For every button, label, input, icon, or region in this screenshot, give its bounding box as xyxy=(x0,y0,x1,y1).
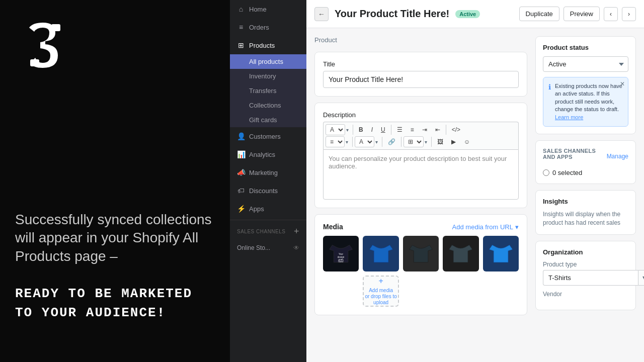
svg-text:here!: here! xyxy=(339,260,344,263)
sales-channels-header: SALES CHANNELS + xyxy=(230,222,306,241)
vendor-field: Vendor xyxy=(543,291,628,298)
rte-dropdown-icon: ▾ xyxy=(346,127,349,133)
link-button[interactable]: 🔗 xyxy=(384,136,399,147)
color-select[interactable]: A xyxy=(355,136,374,147)
sidebar-item-orders[interactable]: ≡ Orders xyxy=(230,18,306,36)
info-icon: ℹ xyxy=(548,83,551,91)
sidebar-item-analytics-label: Analytics xyxy=(249,151,275,158)
title-card: Title xyxy=(314,52,527,97)
add-media-dropdown-icon: ▾ xyxy=(515,223,519,231)
add-media-button[interactable]: Add media from URL ▾ xyxy=(452,223,519,231)
media-item-4[interactable] xyxy=(443,236,478,272)
sidebar-item-discounts[interactable]: 🏷 Discounts xyxy=(230,182,306,200)
back-button[interactable]: ← xyxy=(314,7,329,21)
insights-title: Insights xyxy=(543,198,628,205)
rte-divider-5 xyxy=(382,137,382,147)
learn-more-link[interactable]: Learn more xyxy=(555,114,583,120)
sales-channel-radio[interactable] xyxy=(543,169,549,176)
online-store-eye-icon[interactable]: 👁 xyxy=(293,244,299,251)
manage-button[interactable]: Manage xyxy=(607,153,628,160)
image-button[interactable]: 🖼 xyxy=(434,136,447,147)
content-main: Product Title Description A ▾ xyxy=(314,36,527,354)
emoji-button[interactable]: ☺ xyxy=(460,136,473,147)
organization-card: Organization Product type ▾ Vendor xyxy=(535,241,636,310)
sales-channels-card: SALES CHANNELS AND APPS Manage 0 selecte… xyxy=(535,140,636,184)
duplicate-button[interactable]: Duplicate xyxy=(519,7,559,21)
sidebar-item-apps-label: Apps xyxy=(249,205,264,213)
font-size-select[interactable]: A xyxy=(326,124,345,135)
ordered-list-button[interactable]: ≡ xyxy=(407,124,418,135)
sidebar-divider xyxy=(230,220,306,220)
svg-rect-1 xyxy=(30,59,39,66)
align-dropdown-icon: ▾ xyxy=(346,139,348,145)
info-banner: ℹ Existing products now have an active s… xyxy=(543,77,628,127)
rte-toolbar: A ▾ B I U ☰ ≡ ⇥ ⇤ xyxy=(323,122,519,149)
add-media-placeholder[interactable]: + Add mediaor drop files toupload xyxy=(363,276,398,307)
sidebar-item-home[interactable]: ⌂ Home xyxy=(230,0,306,18)
sidebar-item-home-label: Home xyxy=(249,6,267,13)
align-select[interactable]: ≡ xyxy=(326,136,345,147)
table-select[interactable]: ⊞ xyxy=(404,136,424,147)
source-button[interactable]: </> xyxy=(448,124,464,135)
preview-button[interactable]: Preview xyxy=(564,7,600,21)
submenu-gift-cards[interactable]: Gift cards xyxy=(230,113,306,127)
media-header: Media Add media from URL ▾ xyxy=(323,223,519,231)
logo-area xyxy=(0,0,230,87)
title-label: Title xyxy=(323,60,519,68)
title-input[interactable] xyxy=(323,71,519,88)
status-select[interactable]: Active Draft xyxy=(543,56,628,72)
underline-button[interactable]: U xyxy=(377,124,389,135)
prev-nav-button[interactable]: ‹ xyxy=(604,7,618,21)
info-banner-text: Existing products now have an active sta… xyxy=(555,82,623,121)
rte-toolbar-row-2: ≡ ▾ A ▾ 🔗 ⊞ xyxy=(326,136,516,147)
selected-count-row: 0 selected xyxy=(543,169,628,176)
media-item-5[interactable] xyxy=(483,236,519,272)
sidebar-item-products[interactable]: ⊞ Products xyxy=(230,36,306,54)
submenu-inventory[interactable]: Inventory xyxy=(230,69,306,83)
product-type-field: Product type ▾ xyxy=(543,261,628,286)
description-textarea[interactable]: You can personalize your product descrip… xyxy=(323,149,519,200)
product-type-input[interactable] xyxy=(543,270,638,286)
svg-text:Your: Your xyxy=(339,253,344,256)
media-item-3[interactable] xyxy=(403,236,439,272)
home-icon: ⌂ xyxy=(237,5,245,13)
outdent-button[interactable]: ⇤ xyxy=(432,124,444,135)
media-item-1[interactable]: Your design goes here! xyxy=(323,236,359,272)
sidebar-item-analytics[interactable]: 📊 Analytics xyxy=(230,145,306,163)
online-store-item[interactable]: Online Sto... 👁 xyxy=(230,241,306,255)
sidebar: ⌂ Home ≡ Orders ⊞ Products All products … xyxy=(230,0,306,362)
indent-button[interactable]: ⇥ xyxy=(419,124,431,135)
description-placeholder: You can personalize your product descrip… xyxy=(329,155,507,170)
info-banner-close-button[interactable]: ✕ xyxy=(620,80,625,87)
product-type-dropdown-button[interactable]: ▾ xyxy=(638,270,644,286)
orders-icon: ≡ xyxy=(237,23,245,31)
product-breadcrumb: Product xyxy=(314,36,527,44)
marketing-icon: 📣 xyxy=(237,168,245,176)
rte-divider-4 xyxy=(352,137,353,147)
submenu-collections[interactable]: Collections xyxy=(230,98,306,113)
next-nav-button[interactable]: › xyxy=(622,7,636,21)
unordered-list-button[interactable]: ☰ xyxy=(393,124,406,135)
selected-count: 0 selected xyxy=(552,169,582,176)
active-status-badge: Active xyxy=(455,10,480,18)
sales-channels-label: SALES CHANNELS xyxy=(237,229,285,234)
add-sales-channel-button[interactable]: + xyxy=(294,226,299,237)
sidebar-item-customers-label: Customers xyxy=(249,133,281,140)
bold-button[interactable]: B xyxy=(355,124,367,135)
promo-text: Successfully synced collections will app… xyxy=(15,211,215,322)
description-label: Description xyxy=(323,111,519,119)
add-media-icon: + xyxy=(378,277,383,286)
tshirt-blue2-icon xyxy=(487,239,515,268)
top-bar-actions: Duplicate Preview ‹ › xyxy=(519,7,636,21)
sales-channels-header-row: SALES CHANNELS AND APPS Manage xyxy=(543,148,628,165)
submenu-transfers[interactable]: Transfers xyxy=(230,83,306,98)
insights-card: Insights Insights will display when the … xyxy=(535,190,636,235)
shopify-logo-icon xyxy=(15,15,75,75)
sidebar-item-apps[interactable]: ⚡ Apps xyxy=(230,200,306,218)
submenu-all-products[interactable]: All products xyxy=(230,54,306,69)
video-button[interactable]: ▶ xyxy=(448,136,459,147)
sidebar-item-customers[interactable]: 👤 Customers xyxy=(230,127,306,145)
sidebar-item-marketing[interactable]: 📣 Marketing xyxy=(230,163,306,182)
italic-button[interactable]: I xyxy=(368,124,376,135)
media-item-2[interactable] xyxy=(363,236,398,272)
